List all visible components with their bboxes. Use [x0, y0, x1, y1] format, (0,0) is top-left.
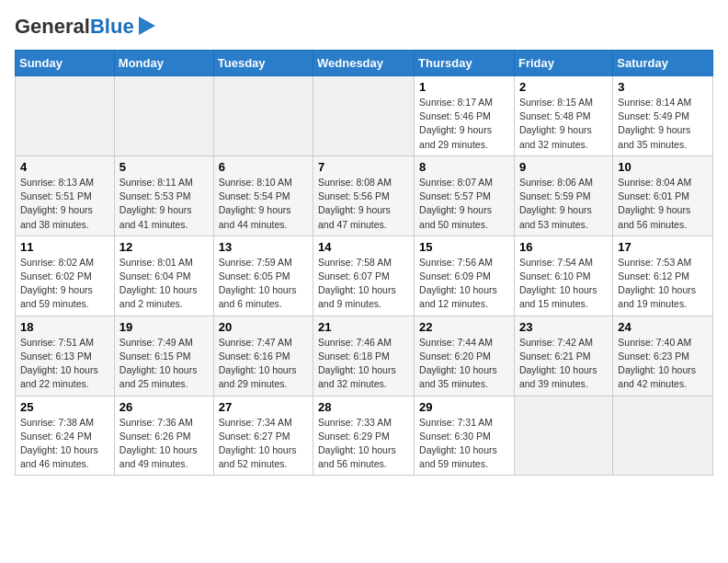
- day-number: 22: [419, 320, 509, 334]
- calendar-week-row: 25Sunrise: 7:38 AM Sunset: 6:24 PM Dayli…: [16, 396, 713, 476]
- calendar-cell: [114, 76, 213, 156]
- day-info: Sunrise: 7:49 AM Sunset: 6:15 PM Dayligh…: [119, 336, 209, 392]
- column-header-tuesday: Tuesday: [213, 51, 313, 76]
- calendar-cell: 21Sunrise: 7:46 AM Sunset: 6:18 PM Dayli…: [313, 316, 415, 396]
- column-header-sunday: Sunday: [16, 51, 115, 76]
- page-header: GeneralBlue: [15, 15, 713, 39]
- column-header-wednesday: Wednesday: [313, 51, 415, 76]
- day-number: 27: [219, 400, 308, 414]
- day-info: Sunrise: 7:46 AM Sunset: 6:18 PM Dayligh…: [318, 336, 409, 392]
- day-number: 20: [219, 320, 308, 334]
- column-header-monday: Monday: [114, 51, 213, 76]
- calendar-week-row: 18Sunrise: 7:51 AM Sunset: 6:13 PM Dayli…: [16, 316, 713, 396]
- day-number: 18: [20, 320, 109, 334]
- day-number: 9: [519, 160, 608, 174]
- day-info: Sunrise: 7:38 AM Sunset: 6:24 PM Dayligh…: [20, 416, 109, 472]
- day-number: 15: [419, 240, 509, 254]
- day-info: Sunrise: 7:40 AM Sunset: 6:23 PM Dayligh…: [618, 336, 708, 392]
- calendar-cell: 16Sunrise: 7:54 AM Sunset: 6:10 PM Dayli…: [514, 236, 612, 316]
- calendar-week-row: 4Sunrise: 8:13 AM Sunset: 5:51 PM Daylig…: [16, 155, 713, 236]
- calendar-week-row: 11Sunrise: 8:02 AM Sunset: 6:02 PM Dayli…: [16, 236, 713, 316]
- calendar-cell: 2Sunrise: 8:15 AM Sunset: 5:48 PM Daylig…: [514, 76, 612, 156]
- calendar-table: SundayMondayTuesdayWednesdayThursdayFrid…: [15, 50, 713, 476]
- calendar-cell: 6Sunrise: 8:10 AM Sunset: 5:54 PM Daylig…: [213, 155, 313, 236]
- day-info: Sunrise: 7:42 AM Sunset: 6:21 PM Dayligh…: [519, 336, 608, 392]
- day-info: Sunrise: 8:13 AM Sunset: 5:51 PM Dayligh…: [20, 176, 109, 232]
- calendar-cell: 27Sunrise: 7:34 AM Sunset: 6:27 PM Dayli…: [213, 396, 313, 476]
- day-number: 13: [219, 240, 308, 254]
- day-number: 10: [618, 160, 708, 174]
- calendar-cell: 15Sunrise: 7:56 AM Sunset: 6:09 PM Dayli…: [415, 236, 515, 316]
- calendar-cell: 5Sunrise: 8:11 AM Sunset: 5:53 PM Daylig…: [114, 155, 213, 236]
- day-number: 17: [618, 240, 708, 254]
- day-info: Sunrise: 7:47 AM Sunset: 6:16 PM Dayligh…: [219, 336, 308, 392]
- day-number: 19: [119, 320, 209, 334]
- day-number: 23: [519, 320, 608, 334]
- calendar-cell: 22Sunrise: 7:44 AM Sunset: 6:20 PM Dayli…: [415, 316, 515, 396]
- day-number: 12: [119, 240, 209, 254]
- day-number: 5: [119, 160, 209, 174]
- day-number: 21: [318, 320, 409, 334]
- day-info: Sunrise: 7:36 AM Sunset: 6:26 PM Dayligh…: [119, 416, 209, 472]
- calendar-cell: 18Sunrise: 7:51 AM Sunset: 6:13 PM Dayli…: [16, 316, 115, 396]
- day-info: Sunrise: 8:10 AM Sunset: 5:54 PM Dayligh…: [219, 176, 308, 232]
- calendar-cell: 1Sunrise: 8:17 AM Sunset: 5:46 PM Daylig…: [415, 76, 515, 156]
- calendar-header-row: SundayMondayTuesdayWednesdayThursdayFrid…: [16, 51, 713, 76]
- day-info: Sunrise: 8:08 AM Sunset: 5:56 PM Dayligh…: [318, 176, 409, 232]
- calendar-cell: 28Sunrise: 7:33 AM Sunset: 6:29 PM Dayli…: [313, 396, 415, 476]
- calendar-cell: 3Sunrise: 8:14 AM Sunset: 5:49 PM Daylig…: [613, 76, 713, 156]
- calendar-cell: [16, 76, 115, 156]
- day-number: 1: [419, 80, 509, 94]
- day-info: Sunrise: 8:06 AM Sunset: 5:59 PM Dayligh…: [519, 176, 608, 232]
- day-number: 6: [219, 160, 308, 174]
- calendar-cell: [213, 76, 313, 156]
- svg-marker-0: [139, 17, 155, 35]
- calendar-cell: 29Sunrise: 7:31 AM Sunset: 6:30 PM Dayli…: [415, 396, 515, 476]
- day-info: Sunrise: 8:15 AM Sunset: 5:48 PM Dayligh…: [519, 96, 608, 152]
- logo: GeneralBlue: [15, 15, 155, 39]
- day-number: 11: [20, 240, 109, 254]
- calendar-cell: 13Sunrise: 7:59 AM Sunset: 6:05 PM Dayli…: [213, 236, 313, 316]
- calendar-cell: 19Sunrise: 7:49 AM Sunset: 6:15 PM Dayli…: [114, 316, 213, 396]
- day-number: 24: [618, 320, 708, 334]
- day-info: Sunrise: 8:14 AM Sunset: 5:49 PM Dayligh…: [618, 96, 708, 152]
- logo-arrow-icon: [139, 17, 155, 35]
- logo-blue: Blue: [90, 15, 134, 38]
- calendar-cell: 9Sunrise: 8:06 AM Sunset: 5:59 PM Daylig…: [514, 155, 612, 236]
- day-info: Sunrise: 7:44 AM Sunset: 6:20 PM Dayligh…: [419, 336, 509, 392]
- calendar-cell: 25Sunrise: 7:38 AM Sunset: 6:24 PM Dayli…: [16, 396, 115, 476]
- calendar-week-row: 1Sunrise: 8:17 AM Sunset: 5:46 PM Daylig…: [16, 76, 713, 156]
- day-info: Sunrise: 7:33 AM Sunset: 6:29 PM Dayligh…: [318, 416, 409, 472]
- calendar-cell: 23Sunrise: 7:42 AM Sunset: 6:21 PM Dayli…: [514, 316, 612, 396]
- calendar-cell: 26Sunrise: 7:36 AM Sunset: 6:26 PM Dayli…: [114, 396, 213, 476]
- day-number: 16: [519, 240, 608, 254]
- calendar-cell: 14Sunrise: 7:58 AM Sunset: 6:07 PM Dayli…: [313, 236, 415, 316]
- calendar-cell: 20Sunrise: 7:47 AM Sunset: 6:16 PM Dayli…: [213, 316, 313, 396]
- calendar-cell: [514, 396, 612, 476]
- day-info: Sunrise: 8:01 AM Sunset: 6:04 PM Dayligh…: [119, 256, 209, 312]
- day-info: Sunrise: 7:59 AM Sunset: 6:05 PM Dayligh…: [219, 256, 308, 312]
- day-number: 29: [419, 400, 509, 414]
- logo-text: GeneralBlue: [15, 17, 134, 37]
- day-info: Sunrise: 8:11 AM Sunset: 5:53 PM Dayligh…: [119, 176, 209, 232]
- day-info: Sunrise: 7:34 AM Sunset: 6:27 PM Dayligh…: [219, 416, 308, 472]
- day-number: 4: [20, 160, 109, 174]
- day-number: 7: [318, 160, 409, 174]
- day-info: Sunrise: 7:31 AM Sunset: 6:30 PM Dayligh…: [419, 416, 509, 472]
- day-info: Sunrise: 8:02 AM Sunset: 6:02 PM Dayligh…: [20, 256, 109, 312]
- day-number: 14: [318, 240, 409, 254]
- day-info: Sunrise: 7:56 AM Sunset: 6:09 PM Dayligh…: [419, 256, 509, 312]
- day-number: 3: [618, 80, 708, 94]
- column-header-thursday: Thursday: [415, 51, 515, 76]
- calendar-cell: [613, 396, 713, 476]
- calendar-cell: 24Sunrise: 7:40 AM Sunset: 6:23 PM Dayli…: [613, 316, 713, 396]
- logo-general: General: [15, 15, 90, 38]
- day-info: Sunrise: 7:51 AM Sunset: 6:13 PM Dayligh…: [20, 336, 109, 392]
- day-info: Sunrise: 7:53 AM Sunset: 6:12 PM Dayligh…: [618, 256, 708, 312]
- day-number: 8: [419, 160, 509, 174]
- day-info: Sunrise: 7:58 AM Sunset: 6:07 PM Dayligh…: [318, 256, 409, 312]
- calendar-cell: 7Sunrise: 8:08 AM Sunset: 5:56 PM Daylig…: [313, 155, 415, 236]
- calendar-cell: 17Sunrise: 7:53 AM Sunset: 6:12 PM Dayli…: [613, 236, 713, 316]
- calendar-cell: 8Sunrise: 8:07 AM Sunset: 5:57 PM Daylig…: [415, 155, 515, 236]
- day-number: 25: [20, 400, 109, 414]
